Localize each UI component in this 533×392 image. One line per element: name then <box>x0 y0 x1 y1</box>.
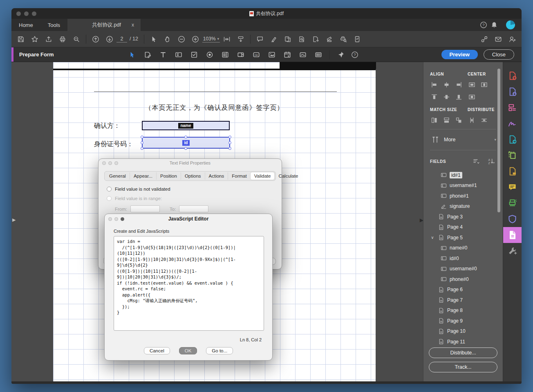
fields-list-item[interactable]: Page 10 <box>430 326 496 337</box>
radio-not-validated[interactable] <box>107 187 112 192</box>
radio-in-range[interactable] <box>107 196 112 201</box>
fields-list-item[interactable]: Page 4 <box>430 222 496 233</box>
share-link-icon[interactable] <box>479 34 490 45</box>
properties-tab-appear[interactable]: Appear... <box>130 172 156 180</box>
select-icon[interactable] <box>148 34 159 45</box>
radio-field-icon[interactable] <box>204 49 215 60</box>
fields-scrollbar[interactable] <box>497 69 500 212</box>
edit-pdf-rail-button[interactable] <box>503 100 522 116</box>
print-icon[interactable] <box>57 34 68 45</box>
resize-handle[interactable] <box>141 136 143 138</box>
fields-list-item[interactable]: Page 8 <box>430 305 496 316</box>
add-text-icon[interactable] <box>158 49 168 60</box>
copy-pages-icon[interactable] <box>282 34 293 45</box>
comment-tool-rail-button[interactable] <box>503 179 522 195</box>
fields-list-item[interactable]: username#1 <box>430 180 496 191</box>
ok-button[interactable]: OK <box>179 347 197 354</box>
highlight-icon[interactable] <box>269 34 279 45</box>
more-tools-rail-button[interactable] <box>503 243 522 259</box>
properties-tab-options[interactable]: Options <box>181 172 205 180</box>
properties-tab-position[interactable]: Position <box>156 172 181 180</box>
protect-rail-button[interactable] <box>503 211 522 227</box>
checklist-icon[interactable] <box>352 34 363 45</box>
align-left-icon[interactable] <box>430 80 438 89</box>
align-bottom-icon[interactable] <box>455 93 463 101</box>
fields-list-item[interactable]: Page 11 <box>430 336 496 347</box>
resize-handle[interactable] <box>184 147 187 150</box>
star-icon[interactable] <box>29 34 40 45</box>
page-search-icon[interactable] <box>296 34 307 45</box>
export-icon[interactable] <box>310 34 321 45</box>
properties-tab-validate[interactable]: Validate <box>251 172 275 180</box>
fields-list-item[interactable]: name#0 <box>430 243 496 254</box>
print-search-icon[interactable] <box>338 34 349 45</box>
sort-order-icon[interactable] <box>471 156 481 167</box>
center-vertical-icon[interactable] <box>480 80 488 89</box>
image-field-icon[interactable] <box>266 49 277 60</box>
tab-close-icon[interactable]: x <box>132 22 134 28</box>
fields-list-item[interactable]: Page 6 <box>430 285 496 295</box>
resize-handle[interactable] <box>228 141 231 144</box>
left-panel-handle[interactable]: ▶ <box>12 217 16 223</box>
goto-button[interactable]: Go to... <box>206 347 233 354</box>
resize-handle[interactable] <box>184 136 187 138</box>
share-icon[interactable] <box>43 34 54 45</box>
pin-icon[interactable] <box>336 49 346 60</box>
scan-icon[interactable] <box>324 34 335 45</box>
scroll-tool-icon[interactable] <box>235 34 246 45</box>
help-icon[interactable]: ? <box>349 49 360 60</box>
barcode-field-icon[interactable] <box>313 49 324 60</box>
bell-icon[interactable] <box>489 20 499 30</box>
match-height-icon[interactable] <box>430 116 438 124</box>
sort-az-icon[interactable]: AZ <box>486 156 496 167</box>
signature-field-icon[interactable] <box>298 49 308 60</box>
fields-list-item[interactable]: phone#0 <box>430 274 496 285</box>
fields-list-item[interactable]: Page 9 <box>430 316 496 326</box>
create-pdf-rail-button[interactable] <box>503 68 522 84</box>
hand-icon[interactable] <box>162 34 173 45</box>
to-input[interactable] <box>179 205 208 212</box>
properties-tab-format[interactable]: Format <box>228 172 250 180</box>
text-field-icon[interactable] <box>173 49 184 60</box>
name-form-field[interactable]: name <box>142 121 230 130</box>
align-top-icon[interactable] <box>430 93 438 101</box>
center-both-icon[interactable] <box>468 93 476 101</box>
match-both-icon[interactable] <box>455 116 463 124</box>
resize-handle[interactable] <box>141 147 143 150</box>
page-down-icon[interactable] <box>104 34 115 45</box>
fields-list-item[interactable]: signature <box>430 201 496 212</box>
save-icon[interactable] <box>16 34 26 45</box>
zoom-in-icon[interactable] <box>190 34 201 45</box>
resize-handle[interactable] <box>228 136 231 138</box>
js-code-editor[interactable]: var idn = /(^[1-9]\d{5}(18|19|([23]\d))\… <box>114 236 264 331</box>
scan-ocr-rail-button[interactable] <box>503 195 522 211</box>
fields-list-item[interactable]: id#1 <box>430 170 496 180</box>
list-box-icon[interactable] <box>220 49 231 60</box>
tab-tools[interactable]: Tools <box>40 19 67 31</box>
help-icon[interactable]: ? <box>478 20 489 30</box>
from-input[interactable] <box>130 205 160 212</box>
tab-home[interactable]: Home <box>11 19 40 31</box>
distribute-button[interactable]: Distribute... <box>429 347 497 358</box>
fields-list-item[interactable]: Page 7 <box>430 295 496 305</box>
cancel-button[interactable]: Cancel <box>144 347 170 354</box>
button-field-icon[interactable]: OK <box>251 49 262 60</box>
comment-icon[interactable] <box>255 34 265 45</box>
edit-doc-icon[interactable] <box>142 49 153 60</box>
avatar[interactable] <box>506 20 515 29</box>
align-middle-icon[interactable] <box>442 93 450 101</box>
fields-list-item[interactable]: username#0 <box>430 264 496 274</box>
request-sign-rail-button[interactable] <box>503 163 522 179</box>
tab-document[interactable]: 共创协议.pdf x <box>67 19 141 31</box>
fill-sign-rail-button[interactable] <box>503 116 522 131</box>
track-button[interactable]: Track... <box>429 362 497 372</box>
align-center-h-icon[interactable] <box>442 80 450 89</box>
distribute-vertical-icon[interactable] <box>468 116 476 124</box>
email-icon[interactable] <box>493 34 504 45</box>
checkbox-field-icon[interactable] <box>189 49 199 60</box>
dropdown-field-icon[interactable] <box>235 49 246 60</box>
center-horizontal-icon[interactable] <box>468 80 476 89</box>
add-person-icon[interactable] <box>507 34 517 45</box>
zoom-select[interactable]: 103% ▾ <box>202 36 220 42</box>
preview-button[interactable]: Preview <box>441 50 478 59</box>
